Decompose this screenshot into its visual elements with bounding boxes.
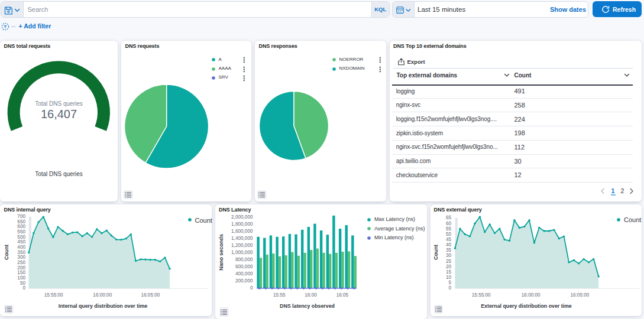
svg-text:Refresh: Refresh xyxy=(613,6,636,13)
